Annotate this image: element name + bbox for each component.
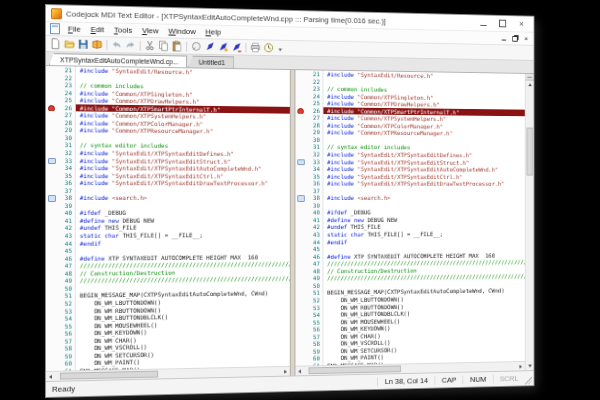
- hscroll-thumb[interactable]: [308, 365, 401, 374]
- print-icon[interactable]: [249, 41, 261, 54]
- toolbar-overflow-chevron-icon[interactable]: [279, 48, 283, 51]
- breakpoint-gutter[interactable]: [295, 158, 305, 165]
- document-tab-2[interactable]: Untitled1: [188, 56, 234, 69]
- breakpoint-gutter[interactable]: [46, 315, 57, 323]
- new-document-icon[interactable]: [49, 37, 62, 50]
- breakpoint-gutter[interactable]: [46, 119, 57, 127]
- vscroll-track[interactable]: [526, 89, 534, 362]
- breakpoint-gutter[interactable]: [46, 74, 57, 82]
- breakpoint-gutter[interactable]: [46, 96, 57, 104]
- code-line[interactable]: 37: [46, 187, 290, 195]
- scroll-right-icon[interactable]: [281, 367, 289, 376]
- close-icon[interactable]: ×: [518, 20, 526, 29]
- breakpoint-gutter[interactable]: [46, 307, 57, 315]
- vscroll-thumb[interactable]: [527, 127, 533, 175]
- breakpoint-gutter[interactable]: [295, 275, 305, 282]
- breakpoint-gutter[interactable]: [46, 202, 57, 210]
- code-line[interactable]: 38#include <search.h>: [295, 194, 524, 201]
- menu-item-edit[interactable]: Edit: [86, 25, 109, 34]
- breakpoint-gutter[interactable]: [46, 247, 57, 255]
- breakpoint-gutter[interactable]: [46, 149, 57, 157]
- breakpoint-gutter[interactable]: [295, 224, 305, 231]
- breakpoint-gutter[interactable]: [46, 209, 57, 217]
- breakpoint-gutter[interactable]: [46, 194, 57, 202]
- breakpoint-gutter[interactable]: [295, 151, 305, 158]
- breakpoint-gutter[interactable]: [46, 187, 57, 195]
- breakpoint-gutter[interactable]: [295, 180, 305, 187]
- menu-item-window[interactable]: Window: [164, 27, 201, 37]
- about-icon[interactable]: [262, 41, 274, 54]
- scroll-right-icon[interactable]: [517, 362, 525, 371]
- breakpoint-gutter[interactable]: [295, 202, 305, 209]
- breakpoint-gutter[interactable]: [46, 300, 57, 308]
- breakpoint-gutter[interactable]: [295, 238, 305, 245]
- pen-dart-1-icon[interactable]: [203, 40, 215, 53]
- print-preview-icon[interactable]: [91, 38, 104, 51]
- cut-icon[interactable]: [144, 39, 157, 52]
- breakpoint-gutter[interactable]: [295, 209, 305, 216]
- scroll-down-icon[interactable]: [526, 362, 534, 371]
- breakpoint-gutter[interactable]: [295, 282, 305, 289]
- breakpoint-gutter[interactable]: [46, 179, 57, 187]
- vertical-scrollbar[interactable]: [525, 74, 534, 370]
- breakpoint-gutter[interactable]: [295, 363, 305, 366]
- undo-icon[interactable]: [110, 38, 123, 51]
- breakpoint-gutter[interactable]: [295, 77, 305, 84]
- breakpoint-gutter[interactable]: [295, 121, 305, 128]
- breakpoint-gutter[interactable]: [46, 255, 57, 263]
- mdi-restore-icon[interactable]: [513, 36, 518, 42]
- mdi-minimize-icon[interactable]: [502, 36, 506, 41]
- breakpoint-gutter[interactable]: [46, 81, 57, 89]
- resize-grip[interactable]: [525, 376, 532, 384]
- breakpoint-gutter[interactable]: [295, 85, 305, 92]
- breakpoint-gutter[interactable]: [46, 157, 57, 165]
- breakpoint-gutter[interactable]: [46, 111, 57, 119]
- breakpoint-gutter[interactable]: [295, 216, 305, 223]
- redo-icon[interactable]: [124, 39, 137, 52]
- breakpoint-gutter[interactable]: [295, 107, 305, 114]
- breakpoint-gutter[interactable]: [46, 172, 57, 180]
- scroll-left-icon[interactable]: [295, 367, 303, 376]
- maximize-icon[interactable]: [499, 20, 506, 28]
- hscroll-thumb[interactable]: [60, 371, 158, 380]
- code-line[interactable]: 38#include <search.h>: [46, 194, 290, 202]
- breakpoint-gutter[interactable]: [295, 253, 305, 260]
- breakpoint-gutter[interactable]: [46, 292, 57, 300]
- breakpoint-gutter[interactable]: [295, 99, 305, 106]
- breakpoint-gutter[interactable]: [46, 134, 57, 142]
- breakpoint-gutter[interactable]: [46, 126, 57, 134]
- breakpoint-gutter[interactable]: [46, 66, 57, 74]
- breakpoint-gutter[interactable]: [46, 262, 57, 270]
- breakpoint-gutter[interactable]: [46, 224, 57, 232]
- breakpoint-gutter[interactable]: [46, 104, 57, 112]
- breakpoint-gutter[interactable]: [46, 270, 57, 278]
- breakpoint-gutter[interactable]: [46, 368, 57, 371]
- breakpoint-gutter[interactable]: [46, 141, 57, 149]
- breakpoint-gutter[interactable]: [295, 194, 305, 201]
- circle-tool-icon[interactable]: [190, 40, 202, 53]
- breakpoint-gutter[interactable]: [46, 277, 57, 285]
- breakpoint-gutter[interactable]: [295, 143, 305, 150]
- mdi-document-icon[interactable]: [50, 23, 60, 34]
- mdi-close-icon[interactable]: ×: [524, 35, 528, 42]
- breakpoint-gutter[interactable]: [295, 260, 305, 267]
- breakpoint-gutter[interactable]: [295, 136, 305, 143]
- breakpoint-gutter[interactable]: [295, 92, 305, 99]
- breakpoint-gutter[interactable]: [46, 240, 57, 248]
- breakpoint-gutter[interactable]: [46, 322, 57, 330]
- menu-item-help[interactable]: Help: [201, 27, 226, 36]
- breakpoint-gutter[interactable]: [46, 164, 57, 172]
- breakpoint-gutter[interactable]: [46, 89, 57, 97]
- pen-dart-2-icon[interactable]: [217, 40, 229, 53]
- breakpoint-gutter[interactable]: [46, 285, 57, 293]
- breakpoint-gutter[interactable]: [46, 217, 57, 225]
- breakpoint-gutter[interactable]: [295, 246, 305, 253]
- menu-item-file[interactable]: File: [63, 24, 86, 33]
- breakpoint-gutter[interactable]: [295, 165, 305, 172]
- scroll-up-icon[interactable]: [526, 80, 534, 89]
- code-area-left[interactable]: 21#include "SyntaxEdit/Resource.h"2223//…: [46, 66, 290, 371]
- open-folder-icon[interactable]: [63, 37, 76, 50]
- pen-dart-3-icon[interactable]: [230, 41, 242, 54]
- code-area-right[interactable]: 21#include "SyntaxEdit/Resource.h"2223//…: [295, 70, 524, 366]
- copy-icon[interactable]: [157, 39, 170, 52]
